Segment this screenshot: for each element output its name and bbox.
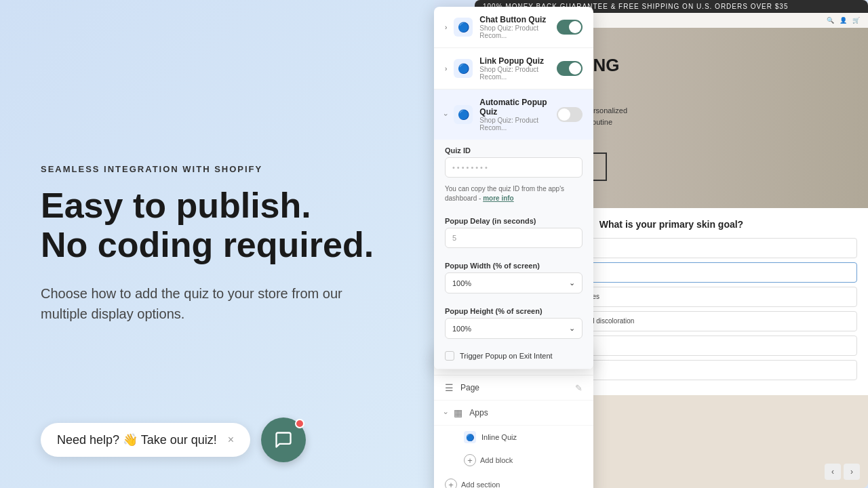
popup-delay-value: 5 [452, 234, 456, 242]
trigger-checkbox[interactable] [445, 351, 454, 361]
popup-height-value: 100% [452, 325, 471, 333]
popup-height-label: Popup Height (% of screen) [434, 300, 593, 318]
add-section-icon: + [445, 479, 457, 488]
notification-dot [295, 419, 304, 428]
quiz-item-title-chat: Chat Button Quiz [479, 15, 550, 24]
prev-arrow-button[interactable]: ‹ [825, 464, 841, 480]
left-panel: SEAMLESS INTEGRATION WITH SHOPIFY Easy t… [0, 0, 434, 488]
template-sub-inline-quiz[interactable]: 🔵 Inline Quiz [434, 426, 593, 449]
quiz-id-hint: You can copy the quiz ID from the app's … [434, 184, 593, 210]
inline-quiz-icon: 🔵 [464, 431, 476, 443]
chat-icon-button[interactable] [261, 418, 306, 462]
add-section-label: Add section [461, 481, 500, 488]
toggle-chat[interactable] [557, 20, 583, 35]
chevron-icon-apps: › [442, 411, 450, 413]
expanded-section: › 🔵 Automatic Popup Quiz Shop Quiz: Prod… [434, 89, 593, 369]
popup-height-select[interactable]: 100% ⌄ [445, 318, 583, 339]
quiz-item-info-link: Link Popup Quiz Shop Quiz: Product Recom… [479, 56, 550, 81]
chat-bubble: Need help? 👋 Take our quiz! × [41, 423, 250, 457]
right-area: 100% MONEY BACK GUARANTEE & FREE SHIPPIN… [434, 0, 868, 488]
add-block-button[interactable]: + Add block [434, 449, 593, 472]
main-headline: Easy to publish. No coding required. [41, 186, 393, 264]
quiz-item-info-chat: Chat Button Quiz Shop Quiz: Product Reco… [479, 15, 550, 39]
page-label: Page [460, 383, 479, 392]
integration-label: SEAMLESS INTEGRATION WITH SHOPIFY [41, 164, 393, 174]
chevron-down-icon-2: ⌄ [569, 324, 575, 333]
quiz-id-label: Quiz ID [434, 140, 593, 157]
chat-icon [274, 430, 293, 449]
add-block-icon: + [464, 454, 476, 466]
quiz-item-sub-chat: Shop Quiz: Product Recom... [479, 24, 550, 39]
quiz-item-link[interactable]: › 🔵 Link Popup Quiz Shop Quiz: Product R… [434, 48, 593, 89]
toggle-link[interactable] [557, 61, 583, 76]
chevron-icon-auto: › [442, 113, 450, 115]
inline-quiz-label: Inline Quiz [481, 433, 517, 441]
quiz-item-info-auto: Automatic Popup Quiz Shop Quiz: Product … [479, 98, 550, 131]
expanded-header[interactable]: › 🔵 Automatic Popup Quiz Shop Quiz: Prod… [434, 89, 593, 140]
arrow-controls: ‹ › [825, 464, 860, 480]
chat-bubble-text: Need help? 👋 Take our quiz! [57, 432, 217, 447]
chat-popup: Need help? 👋 Take our quiz! × [41, 418, 306, 462]
config-panel: › 🔵 Chat Button Quiz Shop Quiz: Product … [434, 7, 593, 369]
quiz-icon-link: 🔵 [454, 59, 473, 78]
quiz-item-chat[interactable]: › 🔵 Chat Button Quiz Shop Quiz: Product … [434, 7, 593, 48]
apps-label: Apps [469, 408, 488, 418]
add-section-button[interactable]: + Add section [434, 472, 593, 488]
popup-width-select[interactable]: 100% ⌄ [445, 272, 583, 293]
quiz-item-sub-link: Shop Quiz: Product Recom... [479, 66, 550, 81]
chevron-down-icon: ⌄ [569, 279, 575, 287]
cart-icon[interactable]: 🛒 [852, 17, 860, 24]
chevron-icon-link: › [445, 65, 447, 73]
chat-close-button[interactable]: × [228, 434, 234, 446]
quiz-icon-auto: 🔵 [454, 105, 473, 124]
popup-delay-label: Popup Delay (in seconds) [434, 210, 593, 228]
trigger-checkbox-row[interactable]: Trigger Popup on Exit Intent [434, 346, 593, 369]
popup-delay-input[interactable]: 5 [445, 228, 583, 248]
search-icon[interactable]: 🔍 [827, 17, 834, 24]
trigger-label: Trigger Popup on Exit Intent [460, 352, 553, 360]
template-item-apps[interactable]: › ▦ Apps [434, 401, 593, 426]
more-info-link[interactable]: more info [483, 195, 514, 202]
edit-icon-page[interactable]: ✎ [575, 383, 583, 393]
quiz-id-input[interactable]: •••••••• [445, 157, 583, 178]
headline-line2: No coding required. [41, 226, 393, 264]
next-arrow-button[interactable]: › [844, 464, 860, 480]
apps-icon: ▦ [454, 407, 462, 418]
popup-width-label: Popup Width (% of screen) [434, 255, 593, 272]
toggle-auto[interactable] [557, 107, 583, 122]
page-icon: ☰ [445, 382, 454, 393]
quiz-item-title-link: Link Popup Quiz [479, 56, 550, 66]
quiz-item-title-auto: Automatic Popup Quiz [479, 98, 550, 117]
add-block-label: Add block [480, 456, 513, 464]
quiz-id-value: •••••••• [452, 163, 490, 171]
template-item-page[interactable]: ☰ Page ✎ [434, 375, 593, 401]
user-icon[interactable]: 👤 [840, 17, 847, 24]
popup-width-value: 100% [452, 279, 471, 287]
quiz-icon-chat: 🔵 [454, 18, 473, 37]
headline-line1: Easy to publish. [41, 186, 393, 225]
chevron-icon-chat: › [445, 24, 447, 31]
quiz-item-sub-auto: Shop Quiz: Product Recom... [479, 117, 550, 131]
sub-text: Choose how to add the quiz to your store… [41, 283, 380, 324]
